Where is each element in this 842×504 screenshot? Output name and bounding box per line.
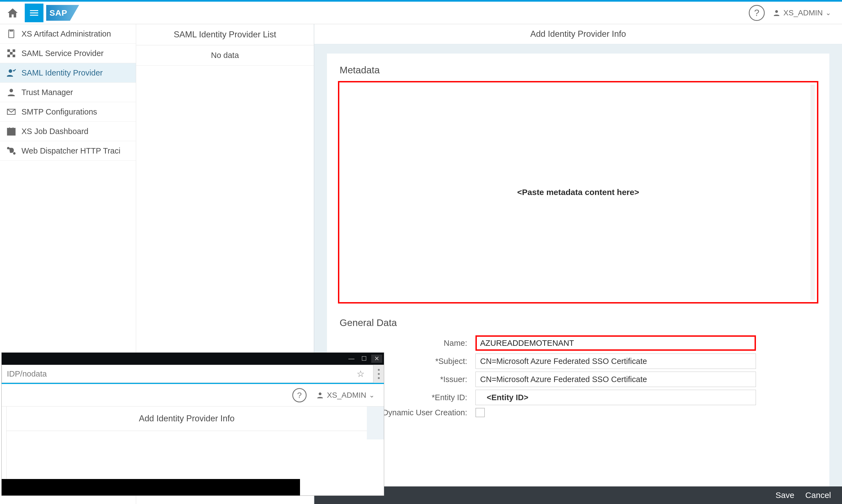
grid-icon xyxy=(6,48,17,58)
svg-rect-1 xyxy=(7,50,10,52)
svg-point-0 xyxy=(775,10,778,13)
row-entity-id: *Entity ID: xyxy=(338,390,818,405)
metadata-placeholder: <Paste metadata content here> xyxy=(517,187,639,197)
svg-rect-8 xyxy=(7,128,15,135)
checkbox-dynamic-user[interactable] xyxy=(476,408,485,417)
row-name: Name: xyxy=(338,335,818,351)
section-general-title: General Data xyxy=(340,317,818,328)
idp-list-title: SAML Identity Provider List xyxy=(136,24,314,45)
sidebar-item-web-dispatcher[interactable]: Web Dispatcher HTTP Traci xyxy=(0,141,136,161)
app-header: SAP ? XS_ADMIN ⌄ xyxy=(0,2,842,24)
secondary-right-strip xyxy=(367,407,384,439)
secondary-window: — ☐ ✕ IDP/nodata ☆ ? XS_ADMIN ⌄ Add Iden… xyxy=(2,353,384,496)
sidebar-item-label: XS Artifact Administration xyxy=(21,30,111,38)
sidebar-item-xs-job-dashboard[interactable]: XS Job Dashboard xyxy=(0,122,136,141)
idp-detail-title: Add Identity Provider Info xyxy=(314,24,842,44)
clipboard-icon xyxy=(6,29,17,39)
help-button-secondary[interactable]: ? xyxy=(292,388,307,402)
sidebar-item-label: SMTP Configurations xyxy=(21,107,97,116)
svg-rect-2 xyxy=(13,50,15,52)
user-menu-secondary[interactable]: XS_ADMIN ⌄ xyxy=(314,390,377,401)
window-maximize-button[interactable]: ☐ xyxy=(359,355,370,363)
chevron-down-icon: ⌄ xyxy=(369,391,375,399)
row-issuer: *Issuer: xyxy=(338,372,818,387)
idp-detail-panel: Add Identity Provider Info Metadata <Pas… xyxy=(314,24,842,504)
address-text: IDP/nodata xyxy=(7,370,47,378)
bookmark-star-icon[interactable]: ☆ xyxy=(353,368,368,379)
save-button[interactable]: Save xyxy=(775,490,794,500)
sidebar-item-label: SAML Service Provider xyxy=(21,49,104,58)
secondary-bottom-blackbar xyxy=(2,479,300,496)
sap-logo: SAP xyxy=(46,5,79,21)
secondary-toolbar: ? XS_ADMIN ⌄ xyxy=(2,384,384,407)
svg-point-10 xyxy=(14,152,15,154)
help-button[interactable]: ? xyxy=(749,5,765,21)
person-check-icon xyxy=(6,68,17,78)
svg-point-9 xyxy=(7,147,9,149)
home-button[interactable] xyxy=(3,4,22,22)
sidebar-item-smtp-config[interactable]: SMTP Configurations xyxy=(0,102,136,122)
input-subject[interactable] xyxy=(476,354,756,369)
person-icon xyxy=(6,87,17,97)
svg-rect-4 xyxy=(13,55,15,57)
sidebar-item-saml-identity-provider[interactable]: SAML Identity Provider xyxy=(0,63,136,83)
sidebar-item-xs-artifact-admin[interactable]: XS Artifact Administration xyxy=(0,24,136,44)
sidebar-item-saml-service-provider[interactable]: SAML Service Provider xyxy=(0,44,136,63)
route-icon xyxy=(6,146,17,156)
user-name: XS_ADMIN xyxy=(784,8,823,17)
svg-point-11 xyxy=(319,393,322,395)
svg-rect-3 xyxy=(7,55,10,57)
address-bar[interactable]: IDP/nodata ☆ xyxy=(2,365,374,383)
svg-point-6 xyxy=(9,69,12,73)
browser-menu-button[interactable] xyxy=(374,365,384,383)
svg-point-7 xyxy=(10,89,13,92)
input-issuer[interactable] xyxy=(476,372,756,387)
calendar-icon xyxy=(6,126,17,137)
sidebar-item-label: Web Dispatcher HTTP Traci xyxy=(21,146,120,156)
row-subject: *Subject: xyxy=(338,354,818,369)
sidebar-item-label: Trust Manager xyxy=(21,88,73,97)
menu-toggle-button[interactable] xyxy=(25,4,44,22)
mail-icon xyxy=(6,107,17,117)
row-dynamic-user: Dynamic User Creation: xyxy=(338,408,818,417)
action-footer: Save Cancel xyxy=(314,486,842,504)
metadata-textarea[interactable]: <Paste metadata content here> xyxy=(338,81,818,304)
user-name-secondary: XS_ADMIN xyxy=(327,391,366,400)
input-entity-id[interactable] xyxy=(476,390,756,405)
cancel-button[interactable]: Cancel xyxy=(805,490,831,500)
window-close-button[interactable]: ✕ xyxy=(371,355,382,363)
label-name: Name: xyxy=(338,339,470,348)
section-metadata-title: Metadata xyxy=(340,65,818,75)
window-minimize-button[interactable]: — xyxy=(346,355,357,363)
sidebar-item-label: XS Job Dashboard xyxy=(21,127,88,136)
sidebar-item-label: SAML Identity Provider xyxy=(21,68,103,77)
idp-list-empty: No data xyxy=(136,45,314,66)
sidebar-item-trust-manager[interactable]: Trust Manager xyxy=(0,83,136,102)
user-menu[interactable]: XS_ADMIN ⌄ xyxy=(770,7,833,18)
secondary-panel-title: Add Identity Provider Info xyxy=(6,407,367,431)
input-name[interactable] xyxy=(476,335,756,351)
svg-rect-5 xyxy=(10,52,13,55)
window-titlebar[interactable]: — ☐ ✕ xyxy=(2,353,384,365)
chevron-down-icon: ⌄ xyxy=(825,9,831,17)
